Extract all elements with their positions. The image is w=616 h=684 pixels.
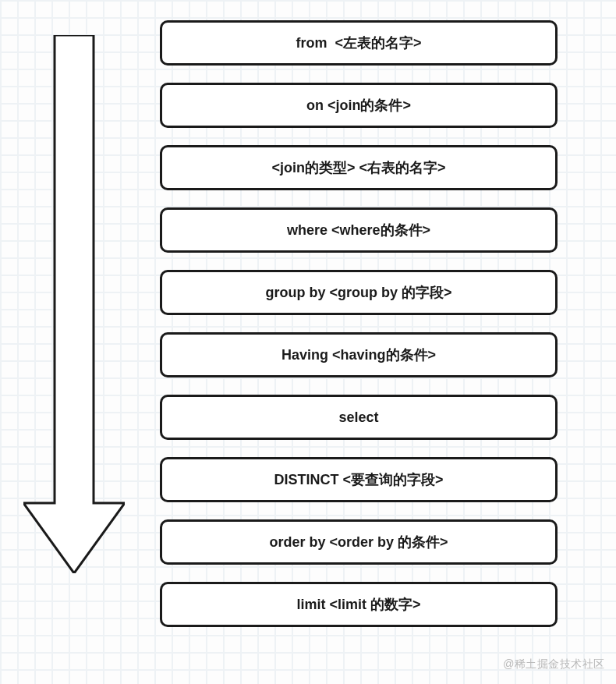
step-group-by: group by <group by 的字段>: [160, 270, 558, 315]
flow-arrow: [23, 35, 125, 573]
step-label: on <join的条件>: [306, 96, 411, 115]
steps-list: from <左表的名字> on <join的条件> <join的类型> <右表的…: [160, 20, 558, 627]
step-from: from <左表的名字>: [160, 20, 558, 66]
step-label: limit <limit 的数字>: [296, 595, 420, 614]
step-label: where <where的条件>: [287, 221, 430, 239]
diagram-container: from <左表的名字> on <join的条件> <join的类型> <右表的…: [0, 0, 616, 684]
down-arrow-icon: [23, 35, 125, 573]
step-on: on <join的条件>: [160, 83, 558, 128]
watermark-text: @稀土掘金技术社区: [503, 657, 605, 672]
step-label: Having <having的条件>: [281, 346, 436, 364]
step-label: select: [338, 409, 378, 426]
step-label: DISTINCT <要查询的字段>: [274, 470, 443, 489]
step-order-by: order by <order by 的条件>: [160, 519, 558, 565]
step-join: <join的类型> <右表的名字>: [160, 145, 558, 190]
step-label: order by <order by 的条件>: [269, 533, 448, 551]
step-label: <join的类型> <右表的名字>: [271, 158, 445, 177]
step-distinct: DISTINCT <要查询的字段>: [160, 457, 558, 502]
step-label: from <左表的名字>: [296, 34, 421, 52]
step-where: where <where的条件>: [160, 207, 558, 253]
step-limit: limit <limit 的数字>: [160, 582, 558, 627]
step-select: select: [160, 395, 558, 440]
step-label: group by <group by 的字段>: [265, 283, 451, 302]
step-having: Having <having的条件>: [160, 332, 558, 377]
